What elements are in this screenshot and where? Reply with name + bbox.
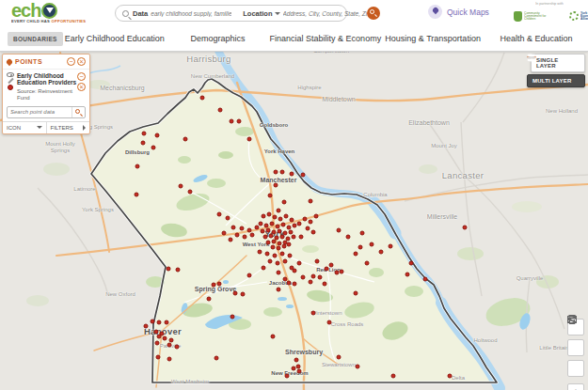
provider-point[interactable] [276,261,280,266]
provider-point[interactable] [323,282,327,287]
provider-point[interactable] [311,230,316,235]
provider-point[interactable] [155,133,160,138]
provider-point[interactable] [267,212,272,217]
provider-point[interactable] [274,183,278,188]
provider-point[interactable] [188,190,193,195]
provider-point[interactable] [303,217,308,222]
provider-point[interactable] [156,355,161,360]
provider-point[interactable] [306,226,310,231]
provider-point[interactable] [292,235,296,240]
provider-point[interactable] [463,226,468,230]
provider-point[interactable] [274,170,278,175]
provider-point[interactable] [292,367,296,371]
panel-close-button[interactable]: × [77,57,86,66]
multi-layer-button[interactable]: MULTI LAYER [527,74,585,87]
provider-point[interactable] [318,275,323,280]
layer-collapse-button[interactable]: − [77,72,86,81]
provider-point[interactable] [329,263,334,268]
provider-point[interactable] [358,245,363,250]
provider-point[interactable] [183,137,188,142]
provider-point[interactable] [212,283,216,288]
provider-point[interactable] [271,335,276,339]
provider-point[interactable] [258,250,262,255]
provider-point[interactable] [167,343,172,348]
screenshot-button[interactable] [567,360,584,377]
provider-point[interactable] [280,235,285,240]
provider-point[interactable] [151,320,155,324]
point-search-input[interactable] [8,109,72,115]
provider-point[interactable] [207,297,212,302]
share-button[interactable] [567,339,584,356]
provider-point[interactable] [423,277,428,282]
partner-logo-ycea[interactable]: York County Economic Alliance [569,8,588,24]
provider-point[interactable] [311,274,316,279]
provider-point[interactable] [142,132,147,136]
provider-point[interactable] [141,141,146,146]
provider-point[interactable] [314,214,319,219]
panel-collapse-button[interactable]: − [67,57,75,66]
provider-point[interactable] [327,320,332,325]
location-dropdown[interactable]: Location [243,9,279,18]
provider-point[interactable] [226,216,230,221]
single-layer-button[interactable]: SINGLE LAYER [531,54,585,72]
icon-dropdown[interactable]: ICON [3,122,46,133]
search-submit-button[interactable] [367,7,380,20]
provider-point[interactable] [294,358,299,363]
provider-point[interactable] [315,259,320,264]
provider-point[interactable] [273,215,278,220]
echo-logo[interactable]: ech EVERY CHILD HAS OPPORTUNITIES [11,1,110,25]
provider-point[interactable] [409,261,414,266]
provider-point[interactable] [263,235,268,240]
provider-point[interactable] [287,281,292,286]
provider-point[interactable] [284,214,289,219]
map-canvas[interactable]: HarrisburgLancasterYorkHanoverMechanicsb… [0,52,588,390]
provider-point[interactable] [360,231,365,236]
provider-point[interactable] [200,96,205,101]
provider-point[interactable] [262,266,266,271]
provider-point[interactable] [354,291,358,296]
provider-point[interactable] [165,320,169,325]
provider-point[interactable] [273,254,278,258]
provider-point[interactable] [346,235,351,240]
provider-point[interactable] [157,335,162,339]
provider-point[interactable] [311,311,316,316]
provider-point[interactable] [243,235,247,240]
provider-point[interactable] [280,170,285,175]
provider-point[interactable] [175,345,180,350]
provider-point[interactable] [233,291,238,296]
boundaries-button[interactable]: BOUNDARIES [8,32,63,46]
provider-point[interactable] [151,146,156,150]
provider-point[interactable] [240,226,245,231]
provider-point[interactable] [261,229,265,234]
provider-point[interactable] [293,282,297,287]
provider-point[interactable] [290,172,294,177]
provider-point[interactable] [247,137,252,142]
provider-point[interactable] [241,292,246,297]
provider-point[interactable] [167,357,172,362]
provider-point[interactable] [217,212,222,217]
provider-point[interactable] [255,226,260,230]
filters-expander[interactable]: FILTERS [46,122,90,133]
provider-point[interactable] [354,252,358,257]
layer-remove-button[interactable]: × [77,83,86,91]
provider-point[interactable] [222,231,227,236]
provider-point[interactable] [229,238,233,242]
provider-point[interactable] [290,218,294,223]
provider-point[interactable] [297,261,302,266]
zoom-in-button[interactable]: + [567,383,584,390]
provider-point[interactable] [405,273,410,277]
provider-point[interactable] [309,199,313,204]
provider-point[interactable] [301,173,306,178]
provider-point[interactable] [269,234,274,239]
provider-point[interactable] [272,240,277,244]
provider-point[interactable] [230,119,234,124]
provider-point[interactable] [135,193,139,197]
data-search-input[interactable] [151,10,231,17]
provider-point[interactable] [277,209,281,213]
symbology-brush-icon[interactable] [8,78,13,84]
provider-point[interactable] [299,235,304,240]
provider-point[interactable] [356,365,360,369]
provider-point[interactable] [297,222,302,226]
provider-point[interactable] [262,214,266,219]
provider-point[interactable] [247,273,252,278]
